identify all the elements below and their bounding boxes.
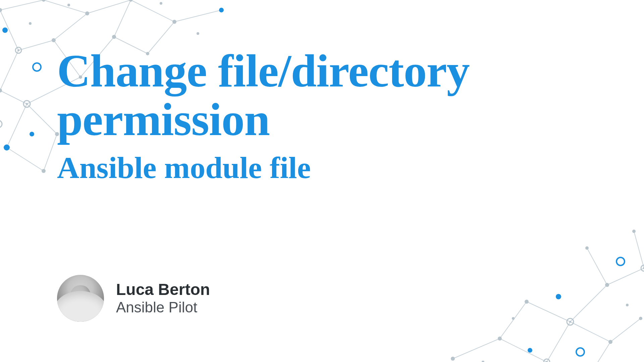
svg-point-70	[639, 317, 642, 320]
svg-line-61	[594, 342, 610, 362]
svg-point-63	[498, 337, 502, 341]
svg-point-81	[512, 317, 515, 320]
svg-point-75	[632, 230, 636, 233]
svg-line-12	[7, 104, 27, 147]
svg-point-79	[556, 294, 561, 299]
svg-point-46	[0, 120, 2, 128]
svg-line-57	[607, 268, 644, 285]
svg-line-56	[570, 285, 607, 322]
svg-line-16	[114, 0, 131, 37]
svg-point-68	[569, 321, 571, 323]
author-name: Luca Berton	[116, 280, 210, 299]
svg-line-11	[0, 90, 27, 104]
svg-line-6	[18, 40, 54, 50]
svg-point-30	[112, 35, 116, 39]
svg-line-49	[453, 339, 500, 359]
svg-point-28	[52, 38, 56, 42]
svg-point-21	[42, 0, 45, 2]
svg-point-48	[30, 132, 34, 136]
svg-point-24	[172, 20, 176, 24]
svg-point-69	[608, 340, 612, 344]
svg-line-58	[587, 248, 607, 285]
svg-point-80	[528, 348, 532, 353]
svg-point-78	[576, 348, 584, 356]
author-role: Ansible Pilot	[116, 299, 210, 316]
svg-line-15	[44, 134, 57, 171]
svg-line-55	[610, 318, 641, 342]
svg-point-36	[4, 144, 10, 150]
svg-point-43	[160, 2, 162, 5]
svg-line-52	[527, 302, 570, 322]
svg-line-53	[547, 322, 570, 362]
svg-point-64	[544, 359, 550, 362]
svg-line-8	[0, 50, 18, 90]
svg-line-3	[131, 0, 174, 22]
svg-point-72	[641, 265, 644, 271]
svg-point-77	[616, 257, 625, 265]
slide-title: Change file/directory permission	[57, 47, 617, 144]
svg-point-22	[85, 11, 89, 15]
svg-line-51	[500, 302, 527, 339]
svg-point-32	[0, 88, 2, 93]
svg-line-2	[87, 0, 131, 13]
svg-line-5	[0, 10, 18, 50]
svg-point-20	[0, 8, 2, 12]
svg-point-34	[26, 103, 28, 105]
svg-point-66	[525, 300, 529, 304]
author-text: Luca Berton Ansible Pilot	[116, 280, 210, 316]
svg-point-62	[451, 357, 455, 361]
svg-point-41	[29, 22, 32, 25]
svg-line-14	[27, 104, 57, 134]
svg-line-4	[174, 10, 221, 22]
svg-point-25	[219, 8, 224, 12]
svg-point-40	[2, 27, 8, 33]
network-decoration-bottom-right	[413, 218, 644, 362]
svg-line-7	[54, 13, 87, 40]
svg-point-67	[567, 318, 574, 325]
svg-point-23	[129, 0, 132, 2]
svg-point-83	[626, 304, 629, 306]
svg-point-37	[42, 169, 46, 173]
author-block: Luca Berton Ansible Pilot	[57, 275, 210, 322]
svg-line-0	[0, 0, 44, 10]
svg-point-71	[605, 283, 609, 287]
author-avatar	[57, 275, 104, 322]
svg-point-33	[23, 101, 30, 107]
svg-point-74	[585, 246, 589, 250]
svg-point-27	[17, 49, 19, 51]
svg-point-26	[15, 47, 21, 53]
svg-point-39	[33, 63, 41, 71]
slide-content: Change file/directory permission Ansible…	[57, 47, 617, 185]
slide-subtitle: Ansible module file	[57, 151, 617, 185]
svg-line-50	[500, 339, 547, 362]
svg-line-13	[7, 147, 44, 171]
svg-line-59	[634, 231, 644, 268]
svg-point-82	[482, 361, 484, 362]
svg-line-54	[570, 322, 610, 342]
svg-point-44	[197, 32, 199, 35]
svg-line-1	[44, 0, 87, 13]
svg-point-42	[67, 4, 70, 6]
